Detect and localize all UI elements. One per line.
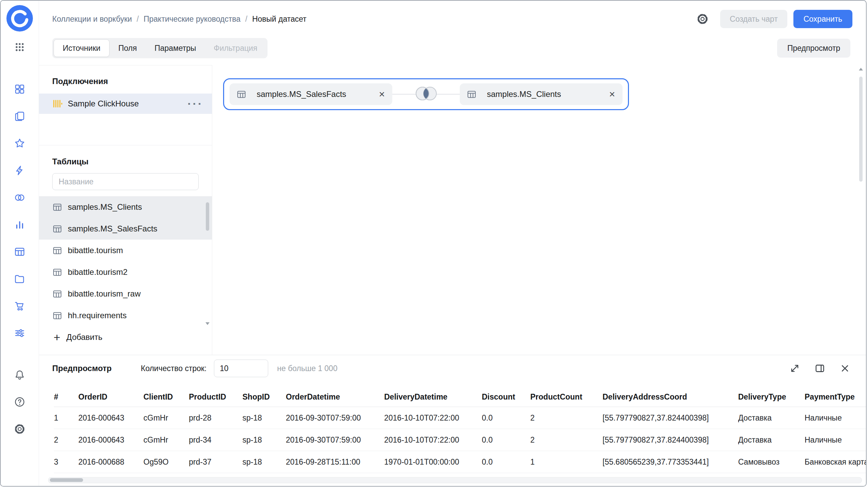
- table-row: 32016-000688Og59Oprd-37sp-182016-09-28T1…: [54, 451, 866, 473]
- services-sliders-icon[interactable]: [14, 327, 25, 339]
- table-cell: Наличные: [805, 413, 866, 423]
- tab-parameters[interactable]: Параметры: [146, 39, 205, 57]
- tables-list: samples.MS_Clientssamples.MS_SalesFactsb…: [39, 196, 212, 326]
- table-cell: 2016-000688: [78, 458, 143, 467]
- remove-table-icon[interactable]: ×: [608, 89, 616, 99]
- column-header: Discount: [482, 392, 530, 402]
- table-icon: [467, 89, 477, 99]
- table-cell: 1970-01-01T00:00:00: [384, 458, 482, 467]
- table-cell: [55.797790827,37.824400398]: [603, 435, 738, 445]
- horizontal-scrollbar[interactable]: [48, 477, 862, 483]
- preview-header: Предпросмотр Количество строк: не больше…: [39, 355, 866, 382]
- scrollbar-thumb[interactable]: [50, 478, 83, 482]
- table-row: 12016-000643cGmHrprd-28sp-182016-09-30T0…: [54, 407, 866, 429]
- tab-sources[interactable]: Источники: [54, 39, 110, 57]
- inner-join-venn-icon[interactable]: [412, 86, 440, 103]
- table-list-item[interactable]: samples.MS_Clients: [39, 196, 212, 218]
- table-cell: Доставка: [738, 413, 805, 423]
- table-cell: 2: [530, 435, 603, 445]
- table-cell: 1: [54, 413, 78, 423]
- charts-bars-icon[interactable]: [14, 219, 25, 230]
- tables-title: Таблицы: [52, 157, 212, 166]
- table-list-item[interactable]: bibattle.tourism_raw: [39, 283, 212, 305]
- chip-table-name: samples.MS_SalesFacts: [257, 89, 346, 99]
- topbar: Коллекции и воркбуки / Практические руко…: [39, 1, 866, 37]
- table-list-item[interactable]: bibattle.tourism2: [39, 261, 212, 283]
- table-list-item[interactable]: samples.MS_SalesFacts: [39, 218, 212, 240]
- preview-panel: Предпросмотр Количество строк: не больше…: [39, 355, 866, 486]
- tables-grid-icon[interactable]: [14, 246, 25, 258]
- datasets-circles-icon[interactable]: [14, 192, 25, 203]
- scrollbar-up-arrow-icon[interactable]: [859, 68, 863, 70]
- preview-toggle-button[interactable]: Предпросмотр: [777, 39, 850, 58]
- favorites-star-icon[interactable]: [14, 138, 25, 149]
- workbooks-icon[interactable]: [14, 110, 25, 122]
- column-header: PaymentType: [805, 392, 866, 402]
- datalens-logo-icon[interactable]: [6, 5, 33, 32]
- preview-table-header: #OrderIDClientIDProductIDShopIDOrderDate…: [54, 387, 866, 407]
- table-cell: 2016-09-30T07:59:00: [286, 413, 384, 423]
- rows-count-input[interactable]: [214, 360, 268, 377]
- table-icon: [52, 202, 62, 212]
- table-cell: prd-37: [189, 458, 242, 467]
- table-cell: 0.0: [482, 413, 530, 423]
- table-list-item[interactable]: hh.requirements: [39, 305, 212, 326]
- breadcrumb: Коллекции и воркбуки / Практические руко…: [52, 15, 307, 24]
- table-cell: Og59O: [143, 458, 189, 467]
- scrollbar-thumb[interactable]: [206, 202, 209, 231]
- dashboards-icon[interactable]: [14, 83, 25, 95]
- table-name: bibattle.tourism: [68, 246, 123, 255]
- table-search-input[interactable]: [52, 173, 199, 190]
- tables-scrollbar[interactable]: [205, 200, 210, 330]
- breadcrumb-guides[interactable]: Практические руководства: [143, 15, 240, 24]
- apps-grid-icon[interactable]: [14, 41, 25, 53]
- remove-table-icon[interactable]: ×: [378, 89, 386, 99]
- breadcrumb-current: Новый датасет: [252, 15, 307, 24]
- source-table-chip-clients[interactable]: samples.MS_Clients ×: [460, 83, 623, 105]
- table-cell: 2016-000643: [78, 435, 143, 445]
- app-window: Коллекции и воркбуки / Практические руко…: [0, 0, 867, 487]
- table-icon: [52, 267, 62, 277]
- close-preview-icon[interactable]: [838, 362, 852, 375]
- create-chart-button[interactable]: Создать чарт: [720, 10, 787, 28]
- connection-menu-icon[interactable]: ···: [188, 100, 203, 107]
- table-cell: 1: [530, 458, 603, 467]
- connection-item[interactable]: Sample ClickHouse ···: [39, 94, 212, 114]
- help-icon[interactable]: [14, 396, 25, 408]
- table-cell: Наличные: [805, 435, 866, 445]
- marketplace-cart-icon[interactable]: [14, 300, 25, 312]
- connections-lightning-icon[interactable]: [14, 165, 25, 176]
- breadcrumb-collections[interactable]: Коллекции и воркбуки: [52, 15, 132, 24]
- connection-name: Sample ClickHouse: [68, 99, 139, 108]
- canvas-scrollbar[interactable]: [859, 68, 863, 352]
- table-cell: [55.797790827,37.824400398]: [603, 413, 738, 423]
- tab-fields[interactable]: Поля: [110, 39, 146, 57]
- table-name: bibattle.tourism_raw: [68, 289, 141, 299]
- join-group: samples.MS_SalesFacts × samples.MS_Clien…: [223, 78, 629, 110]
- settings-gear-icon[interactable]: [14, 423, 25, 435]
- save-button[interactable]: Сохранить: [793, 10, 852, 28]
- preview-title: Предпросмотр: [52, 364, 112, 373]
- table-cell: sp-18: [242, 458, 286, 467]
- storage-folder-icon[interactable]: [14, 273, 25, 285]
- breadcrumb-separator: /: [245, 15, 247, 24]
- column-header: ClientID: [143, 392, 189, 402]
- table-cell: 0.0: [482, 458, 530, 467]
- rows-count-hint: не больше 1 000: [277, 364, 337, 373]
- scrollbar-down-arrow-icon[interactable]: [205, 322, 210, 325]
- dataset-settings-gear-icon[interactable]: [695, 12, 710, 26]
- notifications-bell-icon[interactable]: [14, 369, 25, 381]
- column-header: DeliveryType: [738, 392, 805, 402]
- add-table-label: Добавить: [66, 332, 102, 342]
- table-name: bibattle.tourism2: [68, 267, 127, 277]
- tab-filtering[interactable]: Фильтрация: [205, 39, 266, 57]
- scrollbar-thumb[interactable]: [859, 77, 863, 182]
- add-table-button[interactable]: + Добавить: [39, 330, 212, 344]
- table-icon: [236, 89, 246, 99]
- side-panel-icon[interactable]: [813, 362, 827, 375]
- source-table-chip-salesfacts[interactable]: samples.MS_SalesFacts ×: [230, 83, 392, 105]
- panel-divider: [39, 145, 212, 145]
- table-list-item[interactable]: bibattle.tourism: [39, 240, 212, 261]
- expand-preview-icon[interactable]: [788, 362, 802, 375]
- dataset-tabs: Источники Поля Параметры Фильтрация: [52, 38, 268, 58]
